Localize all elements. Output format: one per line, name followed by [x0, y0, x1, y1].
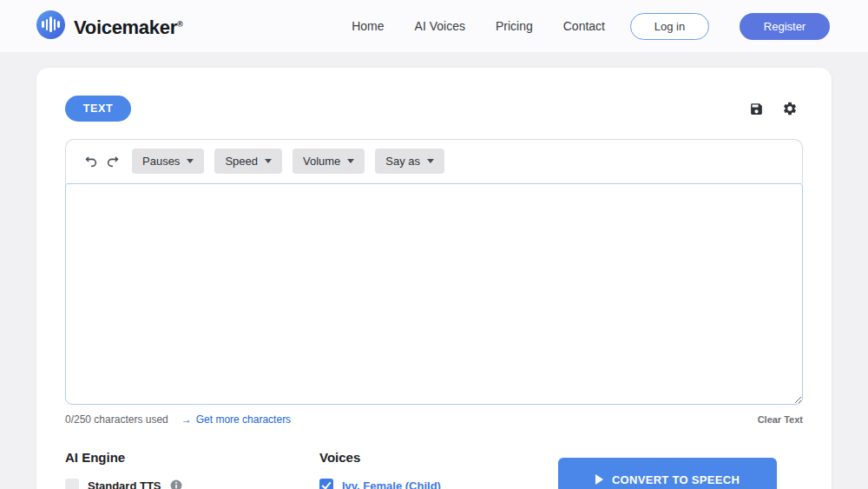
convert-to-speech-label: CONVERT TO SPEECH	[612, 473, 740, 486]
chevron-down-icon	[347, 159, 354, 163]
voices-title: Voices	[319, 450, 441, 465]
card-header-actions	[749, 101, 803, 116]
save-floppy-icon	[749, 102, 764, 116]
speed-dropdown-label: Speed	[225, 155, 258, 168]
pauses-dropdown[interactable]: Pauses	[132, 149, 204, 174]
right-arrow-icon: →	[181, 413, 192, 426]
say-as-dropdown[interactable]: Say as	[375, 149, 444, 174]
characters-used-label: 0/250 characters used	[65, 413, 168, 426]
register-button[interactable]: Register	[740, 13, 830, 40]
undo-redo-group	[84, 155, 120, 169]
voicemaker-waveform-icon	[36, 10, 65, 39]
get-more-characters-link[interactable]: → Get more characters	[181, 413, 291, 426]
card-header: TEXT	[65, 96, 803, 122]
standard-tts-checkbox[interactable]	[65, 479, 79, 489]
top-navbar: Voicemaker® Home AI Voices Pricing Conta…	[0, 0, 868, 52]
login-button[interactable]: Log in	[630, 13, 709, 40]
volume-dropdown[interactable]: Volume	[293, 149, 365, 174]
tts-editor-card: TEXT	[36, 68, 832, 489]
save-button[interactable]	[749, 102, 764, 116]
pauses-dropdown-label: Pauses	[142, 155, 180, 168]
voices-column: Voices Ivy, Female (Child)	[319, 450, 441, 489]
nav-item-ai-voices[interactable]: AI Voices	[415, 19, 465, 33]
chevron-down-icon	[265, 159, 272, 163]
undo-button[interactable]	[84, 155, 98, 169]
standard-tts-label: Standard TTS	[88, 479, 161, 489]
voice-name-label[interactable]: Ivy, Female (Child)	[342, 479, 441, 489]
main-nav: Home AI Voices Pricing Contact Log in Re…	[352, 13, 830, 40]
redo-icon	[106, 155, 120, 169]
settings-button[interactable]	[782, 101, 798, 116]
registered-mark: ®	[177, 20, 182, 29]
info-icon[interactable]	[170, 479, 182, 489]
chevron-down-icon	[187, 159, 194, 163]
tab-text[interactable]: TEXT	[65, 96, 131, 122]
ai-engine-column: AI Engine Standard TTS	[65, 450, 319, 489]
nav-item-home[interactable]: Home	[352, 19, 384, 33]
volume-dropdown-label: Volume	[303, 155, 340, 168]
brand-logo[interactable]: Voicemaker®	[36, 9, 182, 43]
clear-text-button[interactable]: Clear Text	[758, 414, 803, 425]
gear-icon	[782, 101, 798, 116]
tts-text-input[interactable]	[65, 183, 803, 405]
brand-name: Voicemaker®	[74, 9, 182, 43]
voice-checkbox[interactable]	[319, 479, 333, 489]
play-icon	[595, 474, 603, 485]
nav-item-pricing[interactable]: Pricing	[496, 19, 533, 33]
undo-icon	[84, 155, 98, 169]
character-counter-row: 0/250 characters used → Get more charact…	[65, 413, 803, 426]
ai-engine-title: AI Engine	[65, 450, 319, 465]
convert-to-speech-button[interactable]: CONVERT TO SPEECH	[558, 458, 777, 489]
redo-button[interactable]	[106, 155, 120, 169]
engine-option-row: Standard TTS	[65, 479, 319, 489]
get-more-characters-label: Get more characters	[196, 413, 291, 426]
say-as-dropdown-label: Say as	[385, 155, 420, 168]
voice-option-row: Ivy, Female (Child)	[319, 479, 441, 489]
editor-toolbar: Pauses Speed Volume Say as	[65, 139, 803, 183]
chevron-down-icon	[427, 159, 434, 163]
nav-item-contact[interactable]: Contact	[563, 19, 605, 33]
speed-dropdown[interactable]: Speed	[214, 149, 282, 174]
